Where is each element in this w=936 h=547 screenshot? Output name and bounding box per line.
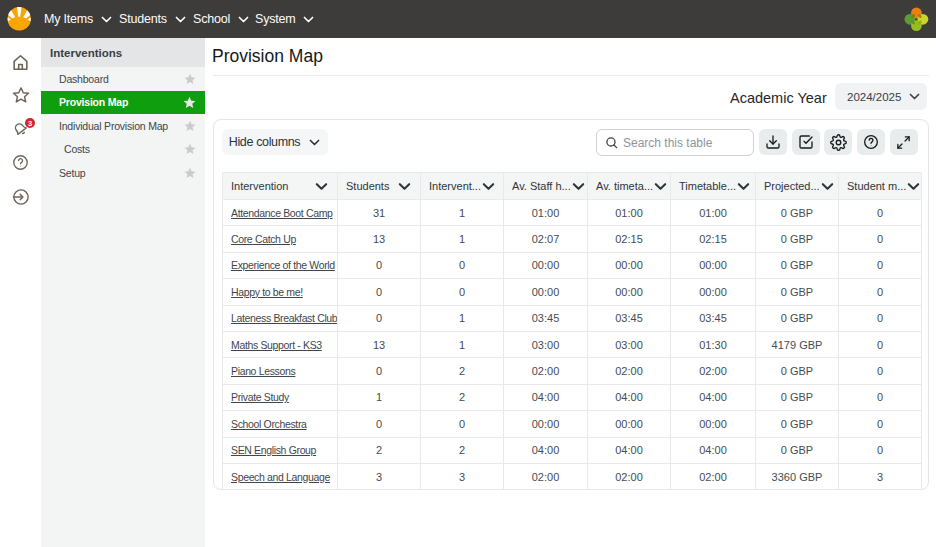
svg-text:3: 3 xyxy=(27,118,31,127)
